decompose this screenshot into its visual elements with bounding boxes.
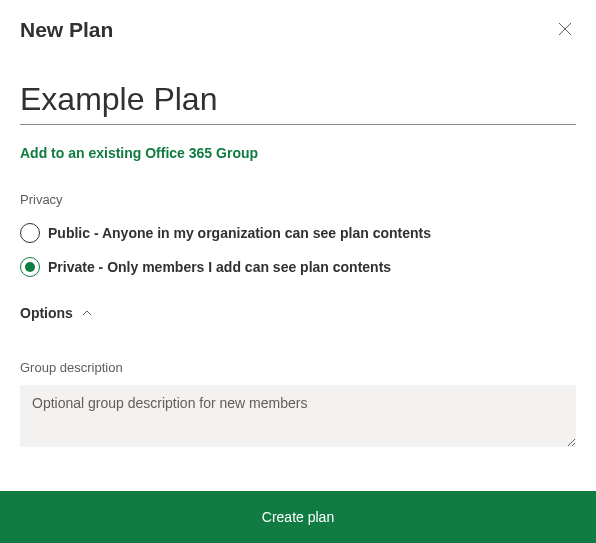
radio-inner-dot — [25, 262, 35, 272]
group-description-section: Group description — [20, 360, 576, 451]
new-plan-dialog: New Plan Add to an existing Office 365 G… — [0, 0, 596, 543]
options-toggle-label: Options — [20, 305, 73, 321]
privacy-radio-group: Public - Anyone in my organization can s… — [20, 223, 576, 277]
privacy-private-label: Private - Only members I add can see pla… — [48, 259, 391, 275]
privacy-public-label: Public - Anyone in my organization can s… — [48, 225, 431, 241]
group-description-textarea[interactable] — [20, 385, 576, 447]
plan-name-input[interactable] — [20, 81, 576, 125]
privacy-label: Privacy — [20, 192, 576, 207]
privacy-private-option[interactable]: Private - Only members I add can see pla… — [20, 257, 576, 277]
dialog-content: Add to an existing Office 365 Group Priv… — [0, 43, 596, 451]
close-icon — [558, 22, 572, 36]
radio-icon — [20, 223, 40, 243]
dialog-footer: Create plan — [0, 491, 596, 543]
add-existing-group-link[interactable]: Add to an existing Office 365 Group — [20, 145, 258, 161]
create-plan-button[interactable]: Create plan — [0, 491, 596, 543]
privacy-public-option[interactable]: Public - Anyone in my organization can s… — [20, 223, 576, 243]
options-toggle[interactable]: Options — [20, 305, 93, 321]
close-button[interactable] — [554, 18, 576, 43]
radio-icon-selected — [20, 257, 40, 277]
dialog-title: New Plan — [20, 18, 113, 42]
chevron-up-icon — [81, 307, 93, 319]
privacy-section: Privacy Public - Anyone in my organizati… — [20, 192, 576, 277]
group-description-label: Group description — [20, 360, 576, 375]
dialog-header: New Plan — [0, 0, 596, 43]
